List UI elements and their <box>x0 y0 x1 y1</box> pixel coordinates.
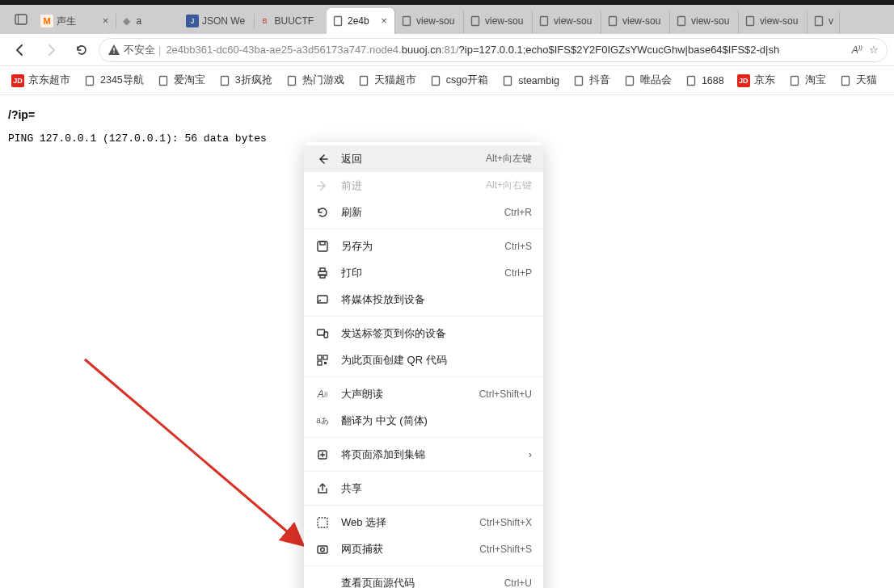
tab-viewsource[interactable]: view-sou <box>395 8 464 34</box>
bookmark-douyin[interactable]: 抖音 <box>567 71 615 90</box>
bookmark-taobao[interactable]: 淘宝 <box>783 71 831 90</box>
favicon-page-icon <box>469 15 482 27</box>
web-select-icon <box>315 516 330 529</box>
favicon-page-icon <box>606 15 619 27</box>
tab-strip: M 声生 × ◆ a J JSON We B BUUCTF 2e4b × vie… <box>0 0 894 34</box>
ctx-save-as[interactable]: 另存为 Ctrl+S <box>304 233 543 259</box>
ctx-translate[interactable]: aあ 翻译为 中文 (简体) <box>304 407 543 434</box>
cast-icon <box>315 293 330 306</box>
page-icon <box>788 74 801 87</box>
svg-rect-16 <box>360 76 367 85</box>
svg-rect-25 <box>318 242 327 251</box>
share-icon <box>315 482 330 495</box>
tab-label: view-sou <box>691 15 733 27</box>
bookmark-steambig[interactable]: steambig <box>496 72 564 90</box>
tab-active[interactable]: 2e4b × <box>327 8 395 34</box>
collections-icon <box>315 448 330 461</box>
tab-label: view-sou <box>554 15 596 27</box>
favicon-generic-icon: ◆ <box>120 15 133 27</box>
svg-rect-6 <box>609 17 617 26</box>
bookmarks-bar: JD京东超市 2345导航 爱淘宝 3折疯抢 热门游戏 天猫超市 csgo开箱 … <box>0 66 894 95</box>
tab-viewsource[interactable]: view-sou <box>601 8 670 34</box>
save-icon <box>315 240 330 253</box>
ctx-refresh[interactable]: 刷新 Ctrl+R <box>304 199 543 225</box>
back-button[interactable] <box>6 37 34 63</box>
tab-label: JSON We <box>202 15 250 27</box>
bookmark-jd2[interactable]: JD京东 <box>732 71 780 90</box>
tab-viewsource[interactable]: view-sou <box>739 8 808 34</box>
svg-point-40 <box>321 548 325 552</box>
ctx-read-aloud[interactable]: A)) 大声朗读 Ctrl+Shift+U <box>304 380 543 407</box>
bookmark-2345[interactable]: 2345导航 <box>78 71 149 90</box>
bookmark-jd[interactable]: JD京东超市 <box>6 71 75 90</box>
toolbar: 不安全 | 2e4bb361-dc60-43ba-ae25-a3d56173a7… <box>0 34 894 66</box>
address-bar[interactable]: 不安全 | 2e4bb361-dc60-43ba-ae25-a3d56173a7… <box>99 38 888 62</box>
tab-viewsource[interactable]: view-sou <box>464 8 533 34</box>
bookmark-1688[interactable]: 1688 <box>680 72 729 90</box>
tab-close-icon[interactable]: × <box>378 15 390 27</box>
tab-viewsource[interactable]: view-sou <box>533 8 601 34</box>
favicon-page-icon <box>538 15 550 27</box>
read-aloud-icon[interactable]: A)) <box>852 44 862 56</box>
tab-label: view-sou <box>416 15 458 27</box>
page-icon <box>572 74 585 87</box>
tab-group-1[interactable]: J JSON We B BUUCTF <box>181 8 327 34</box>
ctx-qr[interactable]: 为此页面创建 QR 代码 <box>304 346 543 373</box>
favicon-page-icon <box>675 15 688 27</box>
page-icon <box>157 74 170 87</box>
page-icon <box>501 74 514 87</box>
page-heading: /?ip= <box>8 108 886 121</box>
svg-rect-11 <box>113 52 114 52</box>
site-security-indicator[interactable]: 不安全 | <box>108 43 161 57</box>
ctx-cast[interactable]: 将媒体投放到设备 <box>304 286 543 313</box>
svg-rect-31 <box>318 330 325 335</box>
arrow-left-icon <box>315 153 330 166</box>
tab-close-icon[interactable]: × <box>100 15 112 27</box>
tab-label: 声生 <box>57 15 97 28</box>
screenshot-icon <box>315 543 330 556</box>
forward-button[interactable] <box>37 37 65 63</box>
tab-group-0[interactable]: M 声生 × ◆ a <box>36 8 181 34</box>
svg-rect-0 <box>15 15 27 24</box>
ctx-web-select[interactable]: Web 选择 Ctrl+Shift+X <box>304 509 543 536</box>
page-icon <box>218 74 231 87</box>
page-icon <box>357 74 370 87</box>
tab-label: BUUCTF <box>275 15 323 27</box>
ctx-back[interactable]: 返回 Alt+向左键 <box>304 145 543 172</box>
ctx-share[interactable]: 共享 <box>304 475 543 502</box>
svg-rect-33 <box>318 355 322 359</box>
read-aloud-icon: A)) <box>315 388 330 400</box>
refresh-icon <box>315 206 330 219</box>
svg-rect-12 <box>86 76 94 85</box>
ctx-view-source[interactable]: 查看页面源代码 Ctrl+U <box>304 569 543 588</box>
ctx-web-capture[interactable]: 网页捕获 Ctrl+Shift+S <box>304 536 543 562</box>
bookmark-games[interactable]: 热门游戏 <box>280 71 349 90</box>
ctx-print[interactable]: 打印 Ctrl+P <box>304 259 543 286</box>
favicon-page-icon <box>744 15 757 27</box>
refresh-button[interactable] <box>68 37 95 63</box>
svg-rect-38 <box>318 518 327 527</box>
ctx-collections[interactable]: 将页面添加到集锦 › <box>304 441 543 468</box>
chevron-right-icon: › <box>529 448 532 460</box>
svg-line-24 <box>85 359 303 545</box>
svg-rect-29 <box>320 275 325 278</box>
tab-viewsource[interactable]: view-sou <box>670 8 739 34</box>
svg-rect-3 <box>403 17 411 26</box>
favorite-icon[interactable]: ☆ <box>869 44 879 56</box>
page-icon <box>685 74 698 87</box>
tab-viewsource[interactable]: v <box>808 8 840 34</box>
svg-rect-26 <box>320 242 325 245</box>
tab-label: view-sou <box>485 15 527 27</box>
ctx-send-tab[interactable]: 发送标签页到你的设备 <box>304 320 543 346</box>
bookmark-tmall-super[interactable]: 天猫超市 <box>352 71 421 90</box>
svg-rect-13 <box>159 76 167 85</box>
svg-rect-34 <box>323 355 327 359</box>
bookmark-tmall[interactable]: 天猫 <box>834 71 882 90</box>
tab-actions-button[interactable] <box>6 8 36 31</box>
bookmark-3zhe[interactable]: 3折疯抢 <box>213 71 277 90</box>
svg-rect-1 <box>18 15 19 24</box>
translate-icon: aあ <box>315 415 330 426</box>
bookmark-csgo[interactable]: csgo开箱 <box>424 71 493 90</box>
bookmark-vip[interactable]: 唯品会 <box>618 71 677 90</box>
bookmark-aitaobao[interactable]: 爱淘宝 <box>152 71 210 90</box>
